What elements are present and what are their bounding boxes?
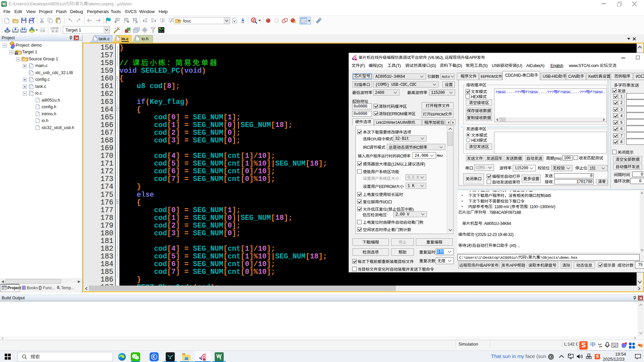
svg-text:5: 5	[4, 4, 6, 6]
svg-text:d: d	[253, 18, 255, 22]
svg-text:5: 5	[220, 357, 221, 360]
svg-text:LOAD: LOAD	[51, 26, 58, 30]
